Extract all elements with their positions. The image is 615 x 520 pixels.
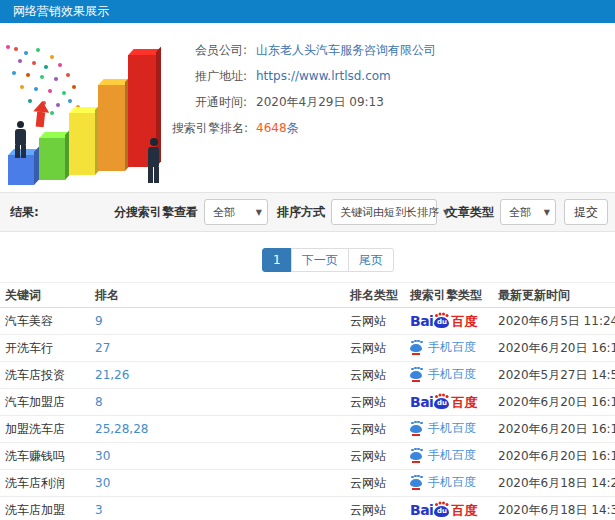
engine-cell: Bai du 百度 (410, 394, 498, 410)
engine-cell: 手机百度 (410, 447, 498, 466)
table-row[interactable]: 开洗车行 27 云网站 手机百度 2020年6月20日 16:16 (0, 335, 615, 362)
open-time-value: 2020年4月29日 09:13 (256, 94, 384, 111)
rank-link[interactable]: 27 (95, 341, 350, 355)
rank-type-cell: 云网站 (350, 421, 410, 438)
company-link[interactable]: 山东老人头汽车服务咨询有限公司 (256, 42, 436, 59)
keyword-cell: 汽车美容 (5, 313, 95, 330)
keyword-cell: 洗车赚钱吗 (5, 448, 95, 465)
rank-link[interactable]: 30 (95, 449, 350, 463)
table-row[interactable]: 洗车赚钱吗 30 云网站 手机百度 2020年6月20日 16:12 (0, 443, 615, 470)
article-type-filter-value: 全部 (509, 205, 531, 220)
mobile-baidu-label: 手机百度 (428, 474, 476, 491)
mobile-baidu-paw-icon (410, 367, 423, 382)
mobile-baidu-logo: 手机百度 (410, 447, 476, 464)
engine-cell: 手机百度 (410, 366, 498, 385)
rank-link[interactable]: 30 (95, 476, 350, 490)
info-row-company: 会员公司: 山东老人头汽车服务咨询有限公司 (172, 37, 615, 63)
update-time-cell: 2020年6月20日 16:12 (498, 394, 615, 411)
rank-link[interactable]: 21,26 (95, 368, 350, 382)
table-row[interactable]: 洗车店加盟 3 云网站 Bai du 百度 2020年6月18日 14:30 (0, 497, 615, 520)
engine-cell: 手机百度 (410, 474, 498, 493)
rank-link[interactable]: 9 (95, 314, 350, 328)
page-1-button[interactable]: 1 (262, 248, 292, 272)
submit-button[interactable]: 提交 (564, 199, 608, 225)
table-row[interactable]: 洗车店投资 21,26 云网站 手机百度 2020年5月27日 14:58 (0, 362, 615, 389)
company-label: 会员公司: (172, 42, 247, 59)
baidu-logo-text: Bai (410, 395, 433, 409)
mobile-baidu-label: 手机百度 (428, 447, 476, 464)
baidu-logo-cn-text: 百度 (451, 315, 477, 328)
green-bar (39, 138, 65, 180)
rank-type-cell: 云网站 (350, 340, 410, 357)
keyword-cell: 加盟洗车店 (5, 421, 95, 438)
baidu-paw-icon: du (434, 502, 450, 518)
info-row-url: 推广地址: https://www.lrtlsd.com (172, 63, 615, 89)
mobile-baidu-logo: 手机百度 (410, 474, 476, 491)
promo-url-label: 推广地址: (172, 68, 247, 85)
table-row[interactable]: 汽车美容 9 云网站 Bai du 百度 2020年6月5日 11:24 (0, 308, 615, 335)
col-update-time: 最新更新时间 (498, 287, 615, 304)
mobile-baidu-label: 手机百度 (428, 366, 476, 383)
businessman-left (15, 121, 27, 158)
mobile-baidu-paw-icon (410, 421, 423, 436)
rank-type-cell: 云网站 (350, 394, 410, 411)
baidu-logo-cn-text: 百度 (451, 504, 477, 517)
update-time-cell: 2020年6月5日 11:24 (498, 313, 615, 330)
mobile-baidu-logo: 手机百度 (410, 420, 476, 437)
baidu-paw-icon: du (434, 313, 450, 329)
baidu-paw-icon: du (434, 394, 450, 410)
orange-bar (98, 85, 125, 171)
mobile-baidu-label: 手机百度 (428, 339, 476, 356)
baidu-logo-text: Bai (410, 314, 433, 328)
page-title: 网络营销效果展示 (13, 4, 109, 18)
dropdown-arrow-icon: ▼ (256, 208, 262, 217)
article-type-filter-select[interactable]: 全部 ▼ (500, 199, 556, 225)
rank-count-number: 4648 (256, 121, 287, 135)
table-row[interactable]: 汽车加盟店 8 云网站 Bai du 百度 2020年6月20日 16:12 (0, 389, 615, 416)
rank-count-value: 4648条 (256, 120, 299, 137)
growth-arrow-icon (32, 100, 51, 128)
mobile-baidu-logo: 手机百度 (410, 366, 476, 383)
last-page-button[interactable]: 尾页 (348, 248, 394, 272)
info-section: 会员公司: 山东老人头汽车服务咨询有限公司 推广地址: https://www.… (0, 23, 615, 192)
table-row[interactable]: 洗车店利润 30 云网站 手机百度 2020年6月18日 14:27 (0, 470, 615, 497)
sort-filter-label: 排序方式 (277, 204, 325, 221)
mobile-baidu-logo: 手机百度 (410, 339, 476, 356)
sort-filter-value: 关键词由短到长排序 (340, 205, 439, 220)
businessman-right (148, 138, 160, 183)
result-section-label: 结果: (10, 204, 39, 221)
engine-filter-select[interactable]: 全部 ▼ (204, 199, 268, 225)
table-row[interactable]: 加盟洗车店 25,28,28 云网站 手机百度 2020年6月20日 16:11 (0, 416, 615, 443)
keyword-cell: 洗车店投资 (5, 367, 95, 384)
promo-url-link[interactable]: https://www.lrtlsd.com (256, 69, 391, 83)
info-row-rank-count: 搜索引擎排名: 4648条 (172, 115, 615, 141)
rank-type-cell: 云网站 (350, 448, 410, 465)
rank-type-cell: 云网站 (350, 475, 410, 492)
pagination: 1 下一页 尾页 (262, 248, 394, 272)
rank-type-cell: 云网站 (350, 502, 410, 519)
col-keyword: 关键词 (5, 287, 95, 304)
rank-link[interactable]: 8 (95, 395, 350, 409)
keyword-cell: 开洗车行 (5, 340, 95, 357)
rank-link[interactable]: 25,28,28 (95, 422, 350, 436)
baidu-logo: Bai du 百度 (410, 502, 477, 517)
update-time-cell: 2020年6月18日 14:30 (498, 502, 615, 519)
sort-filter-select[interactable]: 关键词由短到长排序 ▼ (331, 199, 437, 225)
next-page-button[interactable]: 下一页 (291, 248, 349, 272)
rank-link[interactable]: 3 (95, 503, 350, 517)
table-header-row: 关键词 排名 排名类型 搜索引擎类型 最新更新时间 (0, 282, 615, 308)
engine-filter-value: 全部 (213, 205, 235, 220)
blue-bar (8, 155, 34, 185)
bars (2, 35, 172, 185)
mobile-baidu-label: 手机百度 (428, 420, 476, 437)
baidu-logo: Bai du 百度 (410, 313, 477, 328)
table-body: 汽车美容 9 云网站 Bai du 百度 2020年6月5日 11:24 开洗车… (0, 308, 615, 520)
engine-cell: Bai du 百度 (410, 313, 498, 329)
col-engine-type: 搜索引擎类型 (410, 287, 498, 304)
update-time-cell: 2020年6月20日 16:11 (498, 421, 615, 438)
rank-type-cell: 云网站 (350, 367, 410, 384)
update-time-cell: 2020年6月18日 14:27 (498, 475, 615, 492)
engine-filter-group: 分搜索引擎查看 全部 ▼ (114, 199, 268, 225)
engine-filter-label: 分搜索引擎查看 (114, 204, 198, 221)
keyword-cell: 汽车加盟店 (5, 394, 95, 411)
